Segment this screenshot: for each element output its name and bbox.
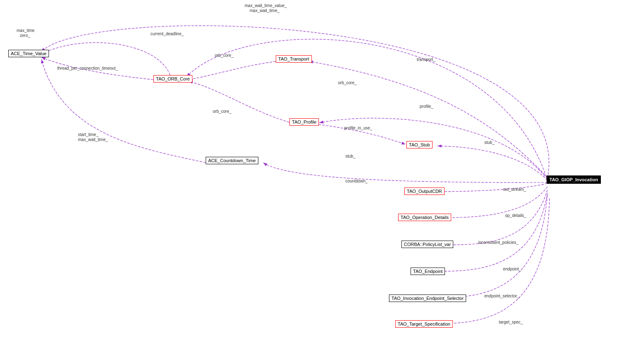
node-tao-operation-details[interactable]: TAO_Operation_Details [398, 214, 451, 221]
label-transport: transport_ [417, 57, 435, 62]
label-profile-in-use: profile_in_use_ [344, 126, 372, 130]
label-max-wait-time-value: max_wait_time_value_ [245, 3, 287, 8]
node-tao-transport[interactable]: TAO_Transport [276, 55, 312, 63]
node-tao-endpoint[interactable]: TAO_Endpoint [411, 268, 445, 275]
label-endpoint: endpoint_ [503, 267, 521, 271]
label-max-wait-time-top: max_wait_time_ [250, 8, 279, 13]
label-stub-stub: stub_ [484, 140, 494, 145]
node-tao-target-specification[interactable]: TAO_Target_Specification [395, 320, 453, 328]
diagram-container: max_wait_time_value_ max_wait_time_ max_… [0, 0, 644, 353]
node-tao-giop-invocation[interactable]: TAO_GIOP_Invocation [547, 175, 601, 184]
label-orb-core-countdown: orb_core_ [213, 109, 231, 114]
label-zero: zero_ [20, 33, 30, 38]
label-endpoint-selector: endpoint_selector_ [484, 294, 520, 298]
label-max-time: max_time [17, 28, 34, 33]
label-countdown: countdown_ [345, 179, 368, 183]
node-ace-time-value[interactable]: ACE_Time_Value [8, 50, 49, 57]
label-start-time: start_time_ [78, 132, 98, 137]
node-ace-countdown-time[interactable]: ACE_Countdown_Time [206, 157, 258, 164]
label-stub-profile: stub_ [345, 154, 355, 158]
label-out-stream: out_stream_ [503, 187, 526, 192]
label-profile: profile_ [420, 104, 433, 109]
label-target-spec: target_spec_ [499, 320, 523, 324]
label-orb-core-transport: orb_core_ [215, 53, 233, 58]
label-current-deadline: current_deadline_ [151, 32, 184, 36]
label-max-wait-time-bottom: max_wait_time_ [78, 137, 108, 142]
node-tao-orb-core[interactable]: TAO_ORB_Core [153, 75, 192, 83]
node-tao-stub[interactable]: TAO_Stub [406, 141, 433, 149]
node-tao-invocation-endpoint-selector[interactable]: TAO_Invocation_Endpoint_Selector [389, 295, 466, 302]
label-inconsistent-policies: inconsistent_policies_ [478, 240, 518, 245]
label-op-details: op_details_ [505, 213, 526, 218]
label-orb-core-profile: orb_core_ [338, 80, 357, 85]
node-tao-profile[interactable]: TAO_Profile [289, 118, 319, 126]
node-tao-output-cdr[interactable]: TAO_OutputCDR [404, 187, 445, 195]
label-thread-per-connection: thread_per_connection_timeout_ [57, 66, 118, 71]
node-corba-policylist-var[interactable]: CORBA::PolicyList_var [401, 241, 453, 248]
